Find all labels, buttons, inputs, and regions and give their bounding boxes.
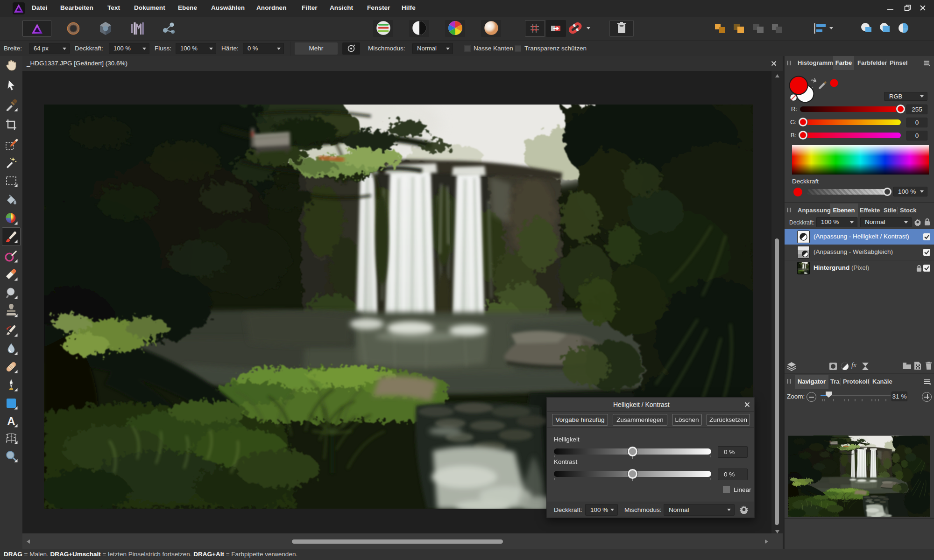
svg-text:A: A: [7, 415, 15, 427]
